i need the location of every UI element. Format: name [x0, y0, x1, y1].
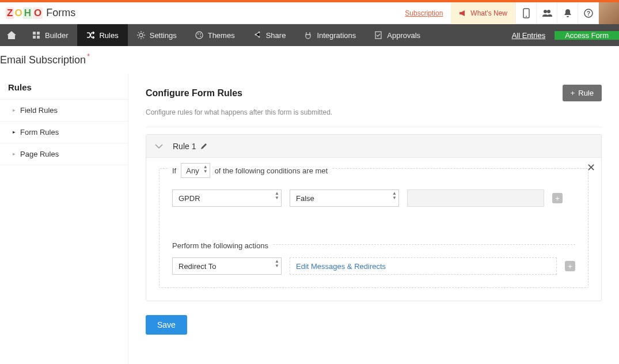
- chevron-right-icon: ▸: [13, 129, 16, 135]
- users-icon[interactable]: [536, 2, 557, 24]
- sidebar-item-field-rules[interactable]: ▸ Field Rules: [0, 100, 128, 122]
- rule-header[interactable]: Rule 1: [146, 135, 601, 158]
- edit-redirects-link[interactable]: Edit Messages & Redirects: [296, 262, 386, 271]
- nav-share-label: Share: [266, 31, 286, 40]
- nav-settings-label: Settings: [150, 31, 177, 40]
- svg-rect-18: [375, 32, 381, 39]
- add-rule-button[interactable]: + Rule: [563, 85, 602, 101]
- plus-icon: +: [571, 89, 575, 97]
- megaphone-icon: [459, 10, 467, 17]
- rules-sidebar: Rules ▸ Field Rules ▸ Form Rules ▸ Page …: [0, 74, 128, 364]
- share-icon: [253, 31, 261, 39]
- svg-rect-9: [37, 36, 40, 39]
- svg-point-10: [139, 33, 143, 37]
- nav-integrations-label: Integrations: [317, 31, 356, 40]
- palette-icon: [195, 31, 203, 39]
- all-entries-link[interactable]: All Entries: [503, 31, 555, 40]
- add-condition-button[interactable]: +: [552, 193, 563, 203]
- svg-point-13: [200, 33, 201, 35]
- stepper-icon: ▲▼: [203, 165, 208, 174]
- main-nav: Builder Rules Settings Themes Share Inte…: [0, 24, 619, 46]
- nav-themes-label: Themes: [208, 31, 235, 40]
- check-doc-icon: [374, 31, 382, 39]
- add-rule-label: Rule: [578, 89, 594, 97]
- svg-point-3: [547, 10, 550, 13]
- main-heading: Configure Form Rules: [146, 88, 242, 98]
- shuffle-icon: [86, 31, 94, 39]
- brand-name: Forms: [46, 7, 75, 19]
- svg-rect-6: [33, 32, 36, 35]
- edit-icon[interactable]: [200, 143, 207, 150]
- svg-point-11: [196, 32, 203, 39]
- nav-rules[interactable]: Rules: [77, 24, 127, 46]
- nav-rules-label: Rules: [99, 31, 118, 40]
- chevron-down-icon: [154, 143, 164, 149]
- plug-icon: [304, 31, 312, 39]
- nav-themes[interactable]: Themes: [186, 24, 244, 46]
- nav-integrations[interactable]: Integrations: [295, 24, 365, 46]
- page-title: Email Subscription*: [0, 46, 89, 74]
- sidebar-item-label: Page Rules: [20, 150, 59, 158]
- match-tail-label: of the following conditions are met: [215, 166, 328, 175]
- save-button[interactable]: Save: [146, 315, 187, 335]
- help-icon[interactable]: ?: [578, 2, 598, 24]
- whats-new-button[interactable]: What's New: [451, 2, 515, 24]
- chevron-right-icon: ▸: [13, 151, 16, 157]
- main-subtext: Configure rules for what happens after t…: [146, 101, 602, 127]
- stepper-icon: ▲▼: [275, 259, 279, 268]
- app-header: ZOHO Forms Subscription What's New ?: [0, 2, 619, 24]
- brand-logo: ZOHO Forms: [0, 7, 75, 19]
- stepper-icon: ▲▼: [275, 191, 279, 200]
- svg-rect-7: [37, 32, 40, 35]
- svg-point-15: [258, 32, 260, 33]
- svg-point-12: [198, 33, 199, 35]
- sidebar-item-label: Form Rules: [20, 128, 59, 136]
- add-action-button[interactable]: +: [565, 261, 575, 271]
- home-icon[interactable]: [0, 24, 23, 46]
- builder-icon: [32, 31, 40, 39]
- match-mode-select[interactable]: Any ▲▼: [181, 163, 210, 178]
- nav-approvals[interactable]: Approvals: [365, 24, 430, 46]
- unsaved-asterisk: *: [87, 52, 90, 60]
- access-form-button[interactable]: Access Form: [555, 31, 619, 40]
- sidebar-item-form-rules[interactable]: ▸ Form Rules: [0, 122, 128, 143]
- avatar[interactable]: [598, 2, 619, 24]
- condition-operator-select[interactable]: False ▲▼: [290, 189, 399, 207]
- svg-point-17: [258, 36, 260, 38]
- nav-builder-label: Builder: [45, 31, 68, 40]
- svg-point-14: [200, 36, 201, 37]
- nav-settings[interactable]: Settings: [128, 24, 186, 46]
- svg-rect-8: [33, 36, 36, 39]
- action-type-select[interactable]: Redirect To ▲▼: [172, 257, 282, 275]
- sidebar-item-label: Field Rules: [20, 106, 58, 115]
- actions-label: Perform the following actions: [169, 241, 272, 250]
- nav-builder[interactable]: Builder: [23, 24, 77, 46]
- nav-approvals-label: Approvals: [387, 31, 420, 40]
- nav-share[interactable]: Share: [244, 24, 295, 46]
- rule-name: Rule 1: [173, 142, 196, 151]
- svg-point-1: [526, 16, 527, 17]
- bell-icon[interactable]: [557, 2, 578, 24]
- condition-value-input[interactable]: [407, 189, 544, 207]
- subscription-link[interactable]: Subscription: [397, 9, 451, 17]
- svg-text:?: ?: [586, 10, 590, 17]
- svg-point-2: [544, 10, 547, 13]
- whats-new-label: What's New: [470, 9, 507, 17]
- chevron-right-icon: ▸: [13, 107, 16, 113]
- if-label: If: [172, 166, 176, 175]
- svg-point-16: [255, 34, 256, 36]
- action-target-box: Edit Messages & Redirects: [290, 257, 557, 275]
- sidebar-heading: Rules: [0, 74, 128, 100]
- sidebar-item-page-rules[interactable]: ▸ Page Rules: [0, 143, 128, 165]
- conditions-fieldset: If Any ▲▼ of the following conditions ar…: [159, 168, 588, 288]
- condition-field-select[interactable]: GPDR ▲▼: [172, 189, 282, 207]
- rule-card: Rule 1 ✕ If Any ▲▼ of the following: [146, 134, 602, 301]
- stepper-icon: ▲▼: [392, 191, 397, 200]
- mobile-icon[interactable]: [515, 2, 536, 24]
- gear-icon: [137, 31, 145, 39]
